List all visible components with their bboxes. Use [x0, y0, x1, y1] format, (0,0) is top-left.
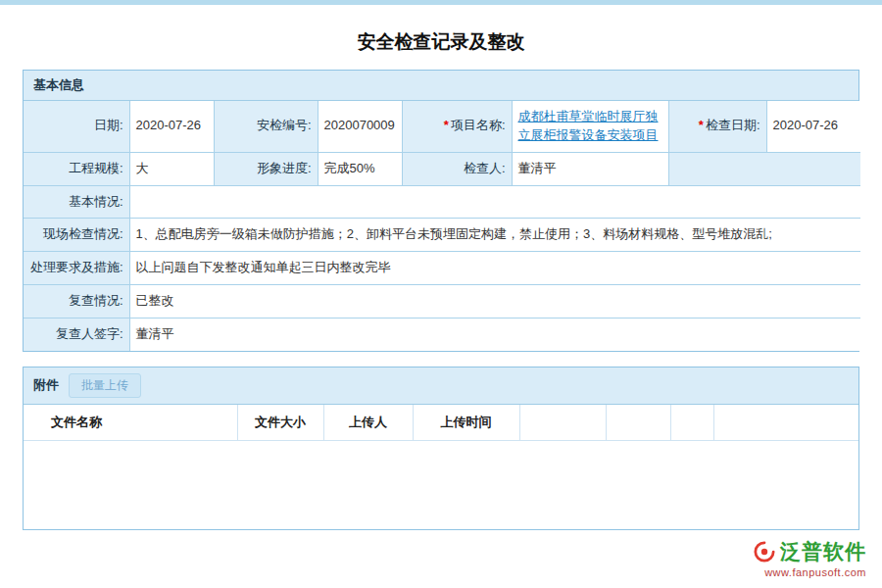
progress-value: 完成50% [318, 152, 402, 185]
col-empty [519, 405, 606, 441]
top-accent-strip [0, 0, 882, 5]
attachments-section: 附件 批量上传 文件名称 文件大小 上传人 上传时间 [23, 367, 859, 530]
table-row: 基本情况: [24, 185, 860, 219]
project-name-label: *项目名称: [402, 101, 512, 152]
col-empty [606, 405, 670, 441]
inspector-value: 董清平 [512, 152, 668, 185]
attachments-header-row: 文件名称 文件大小 上传人 上传时间 [24, 405, 858, 441]
site-check-value: 1、总配电房旁一级箱未做防护措施；2、卸料平台未预埋固定构建，禁止使用；3、料场… [129, 219, 860, 252]
check-date-label-text: 检查日期: [706, 118, 760, 132]
table-row: 日期: 2020-07-26 安检编号: 2020070009 *项目名称: 成… [24, 101, 860, 152]
review-value: 已整改 [129, 285, 860, 318]
basic-situation-value [129, 185, 860, 219]
brand-name: 泛普软件 [780, 538, 866, 565]
scale-value: 大 [129, 152, 214, 185]
brand-website: www.fanpusoft.com [754, 566, 866, 578]
table-row: 复查情况: 已整改 [24, 285, 860, 318]
scale-label: 工程规模: [24, 152, 129, 185]
empty-cell [668, 152, 860, 185]
check-date-value: 2020-07-26 [766, 101, 860, 152]
col-empty [713, 405, 858, 441]
review-sign-label: 复查人签字: [24, 318, 129, 350]
table-row: 处理要求及措施: 以上问题自下发整改通知单起三日内整改完毕 [24, 252, 860, 285]
attachments-table: 文件名称 文件大小 上传人 上传时间 [24, 405, 858, 441]
brand-footer: 泛普软件 www.fanpusoft.com [754, 538, 866, 578]
site-check-label: 现场检查情况: [24, 219, 129, 252]
attachments-title: 附件 [33, 376, 59, 394]
attachments-header: 附件 批量上传 [24, 368, 858, 405]
check-date-label: *检查日期: [668, 101, 766, 152]
review-label: 复查情况: [24, 285, 129, 318]
attachments-empty-area [24, 441, 858, 529]
basic-info-section: 基本信息 日期: 2020-07-26 安检编号: 2020070009 *项目… [23, 70, 859, 352]
project-name-label-text: 项目名称: [451, 118, 506, 132]
batch-upload-button[interactable]: 批量上传 [69, 373, 141, 398]
project-link[interactable]: 成都杜甫草堂临时展厅独立展柜报警设备安装项目 [518, 109, 659, 142]
page-title: 安全检查记录及整改 [0, 29, 882, 55]
project-name-value: 成都杜甫草堂临时展厅独立展柜报警设备安装项目 [512, 101, 668, 152]
col-file-size: 文件大小 [237, 405, 323, 441]
col-upload-time: 上传时间 [413, 405, 519, 441]
table-row: 工程规模: 大 形象进度: 完成50% 检查人: 董清平 [24, 152, 860, 185]
col-uploader: 上传人 [323, 405, 413, 441]
basic-info-table: 日期: 2020-07-26 安检编号: 2020070009 *项目名称: 成… [24, 101, 860, 351]
col-empty [670, 405, 713, 441]
basic-info-header: 基本信息 [24, 71, 858, 101]
date-value: 2020-07-26 [129, 101, 214, 152]
inspector-label: 检查人: [402, 152, 512, 185]
basic-situation-label: 基本情况: [24, 185, 129, 219]
date-label: 日期: [24, 101, 129, 152]
col-file-name: 文件名称 [24, 405, 237, 441]
required-mark: * [444, 118, 449, 132]
table-row: 复查人签字: 董清平 [24, 318, 860, 350]
inspection-no-label: 安检编号: [214, 101, 318, 152]
table-row: 现场检查情况: 1、总配电房旁一级箱未做防护措施；2、卸料平台未预埋固定构建，禁… [24, 219, 860, 252]
basic-info-title: 基本信息 [33, 76, 84, 94]
review-sign-value: 董清平 [129, 318, 860, 350]
inspection-no-value: 2020070009 [318, 101, 402, 152]
brand-logo-icon [754, 541, 775, 563]
required-mark: * [699, 118, 704, 132]
measures-value: 以上问题自下发整改通知单起三日内整改完毕 [129, 252, 860, 285]
measures-label: 处理要求及措施: [24, 252, 129, 285]
progress-label: 形象进度: [214, 152, 318, 185]
